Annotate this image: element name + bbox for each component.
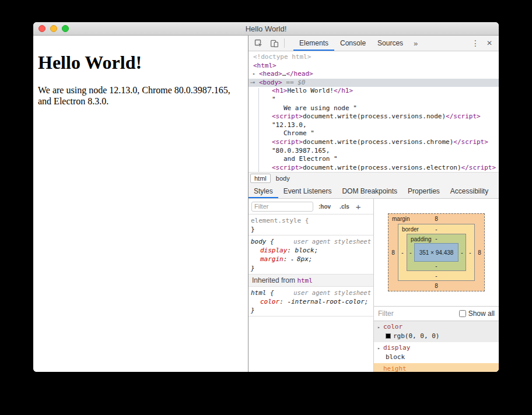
border-left-value[interactable]: -: [398, 234, 407, 271]
new-style-rule-button[interactable]: +: [353, 202, 364, 212]
border-right-value[interactable]: -: [466, 234, 474, 271]
box-model-content[interactable]: 351 × 94.438: [414, 243, 459, 262]
app-window: Hello World! Hello World! We are using n…: [33, 22, 499, 372]
dom-tree-node[interactable]: <html>: [249, 62, 499, 71]
dom-tree-node[interactable]: ": [249, 96, 499, 104]
expand-shorthand-icon[interactable]: ▸: [291, 255, 297, 264]
sidebar-tab-properties[interactable]: Properties: [402, 184, 445, 198]
page-heading: Hello World!: [38, 52, 243, 73]
margin-bottom-value[interactable]: 8: [398, 281, 475, 291]
devtools-toolbar-right: ⋮ ✕: [468, 38, 496, 48]
sidebar-tab-bar: StylesEvent ListenersDOM BreakpointsProp…: [249, 184, 499, 199]
inherited-node-link[interactable]: html: [297, 277, 313, 284]
window-content: Hello World! We are using node 12.13.0, …: [33, 36, 499, 372]
css-property-margin[interactable]: margin: ▸8px;: [251, 255, 371, 264]
style-origin-label: user agent stylesheet: [293, 289, 371, 297]
devtools-tab-elements[interactable]: Elements: [293, 36, 334, 51]
dom-tree-node[interactable]: "80.0.3987.165,: [249, 147, 499, 156]
styles-sidebar: :hov .cls + element.style {}user agent s…: [249, 199, 499, 372]
device-toolbar-icon[interactable]: [267, 36, 282, 51]
breadcrumb-body[interactable]: body: [272, 174, 294, 183]
rule-selector[interactable]: html: [251, 289, 267, 297]
page-paragraph: We are using node 12.13.0, Chrome 80.0.3…: [38, 85, 243, 107]
devtools-tab-console[interactable]: Console: [334, 36, 372, 51]
dom-tree-node[interactable]: ⋯▾<body> == $0: [249, 79, 499, 87]
dom-tree-node[interactable]: <h1>Hello World!</h1>: [249, 87, 499, 96]
window-title: Hello World!: [246, 24, 287, 33]
padding-right-value[interactable]: -: [459, 243, 466, 262]
computed-property-display[interactable]: ▸displayblock: [374, 342, 499, 363]
show-all-toggle: Show all: [459, 310, 495, 318]
style-rule-body: user agent stylesheetbody {display: bloc…: [249, 235, 373, 275]
expand-property-icon[interactable]: ▸: [377, 323, 383, 332]
border-bottom-value[interactable]: -: [407, 271, 466, 280]
desktop-background: Hello World! Hello World! We are using n…: [0, 0, 532, 415]
computed-property-height[interactable]: height: [374, 363, 499, 372]
dom-tree-node[interactable]: <!doctype html>: [249, 53, 499, 62]
minimize-window-button[interactable]: [50, 25, 57, 32]
styles-toolbar: :hov .cls +: [249, 199, 373, 214]
box-model-border-label: border: [402, 226, 419, 233]
show-all-checkbox[interactable]: [459, 310, 466, 317]
more-options-icon[interactable]: ⋮: [468, 38, 482, 48]
close-devtools-icon[interactable]: ✕: [482, 39, 496, 47]
devtools-tab-bar: ElementsConsoleSources»: [293, 36, 422, 51]
rule-selector[interactable]: body: [251, 238, 267, 245]
sidebar-tab-styles[interactable]: Styles: [249, 184, 278, 198]
sidebar-tab-dom-breakpoints[interactable]: DOM Breakpoints: [337, 184, 402, 198]
padding-left-value[interactable]: -: [407, 243, 414, 262]
styles-pane: :hov .cls + element.style {}user agent s…: [249, 199, 374, 372]
color-swatch: [386, 333, 391, 339]
dom-tree-node[interactable]: Chrome ": [249, 129, 499, 138]
box-model-border[interactable]: border - - - - padding - - -: [398, 224, 475, 281]
node-more-actions-icon[interactable]: ⋯: [250, 79, 254, 87]
zoom-window-button[interactable]: [62, 25, 69, 32]
window-controls: [38, 22, 69, 35]
rule-selector-line[interactable]: user agent stylesheethtml {: [251, 289, 371, 297]
close-window-button[interactable]: [38, 25, 46, 32]
box-model-margin-label: margin: [392, 216, 410, 222]
style-rule-element-style: element.style {}: [249, 214, 373, 235]
elements-tree[interactable]: <!doctype html><html>▸<head>…</head>⋯▾<b…: [249, 51, 499, 172]
box-model-padding[interactable]: padding - - - - 351 × 94.438: [407, 234, 466, 271]
margin-left-value[interactable]: 8: [388, 224, 398, 281]
dom-tree-node[interactable]: <script>document.write(process.versions.…: [249, 164, 499, 172]
styles-filter-input[interactable]: [251, 202, 313, 212]
sidebar-tab-accessibility[interactable]: Accessibility: [445, 184, 494, 198]
inherited-from-header: Inherited from html: [249, 275, 373, 287]
dom-tree-node[interactable]: and Electron ": [249, 155, 499, 164]
expand-property-icon[interactable]: ▸: [377, 344, 383, 353]
toggle-element-state-button[interactable]: :hov: [315, 203, 334, 210]
computed-toolbar: Show all: [374, 306, 499, 321]
element-classes-button[interactable]: .cls: [336, 203, 353, 210]
inspect-element-icon[interactable]: [251, 36, 267, 51]
rule-selector[interactable]: element.style: [251, 217, 301, 224]
breadcrumb-html[interactable]: html: [250, 174, 271, 183]
computed-property-color[interactable]: ▸colorrgb(0, 0, 0): [374, 321, 499, 342]
css-property-color[interactable]: color: -internal-root-color;: [251, 297, 371, 306]
computed-pane: margin 8 8 8 8 border - - - -: [374, 199, 499, 372]
dom-tree-node[interactable]: We are using node ": [249, 104, 499, 113]
style-rules-list: element.style {}user agent stylesheetbod…: [249, 214, 373, 372]
computed-filter-input[interactable]: [378, 310, 456, 318]
box-model-margin[interactable]: margin 8 8 8 8 border - - - -: [388, 213, 485, 291]
margin-right-value[interactable]: 8: [475, 224, 484, 281]
devtools-toolbar: ElementsConsoleSources» ⋮ ✕: [249, 36, 499, 51]
indent-guide: [258, 88, 259, 172]
expand-node-icon[interactable]: ▸: [253, 70, 259, 79]
dom-tree-node[interactable]: ▸<head>…</head>: [249, 70, 499, 79]
style-rule-html: user agent stylesheethtml {color: -inter…: [249, 287, 373, 316]
css-property-display[interactable]: display: block;: [251, 246, 371, 255]
dom-tree-node[interactable]: <script>document.write(process.versions.…: [249, 112, 499, 121]
titlebar[interactable]: Hello World!: [33, 22, 499, 36]
more-tabs-button[interactable]: »: [409, 36, 422, 51]
sidebar-tab-event-listeners[interactable]: Event Listeners: [278, 184, 337, 198]
rule-selector-line[interactable]: element.style {: [251, 216, 371, 225]
show-all-label: Show all: [468, 310, 495, 318]
padding-bottom-value[interactable]: -: [414, 262, 459, 270]
dom-tree-node[interactable]: "12.13.0,: [249, 121, 499, 130]
devtools-tab-sources[interactable]: Sources: [372, 36, 409, 51]
rule-selector-line[interactable]: user agent stylesheetbody {: [251, 237, 371, 246]
box-model-padding-label: padding: [411, 236, 432, 242]
dom-tree-node[interactable]: <script>document.write(process.versions.…: [249, 138, 499, 147]
